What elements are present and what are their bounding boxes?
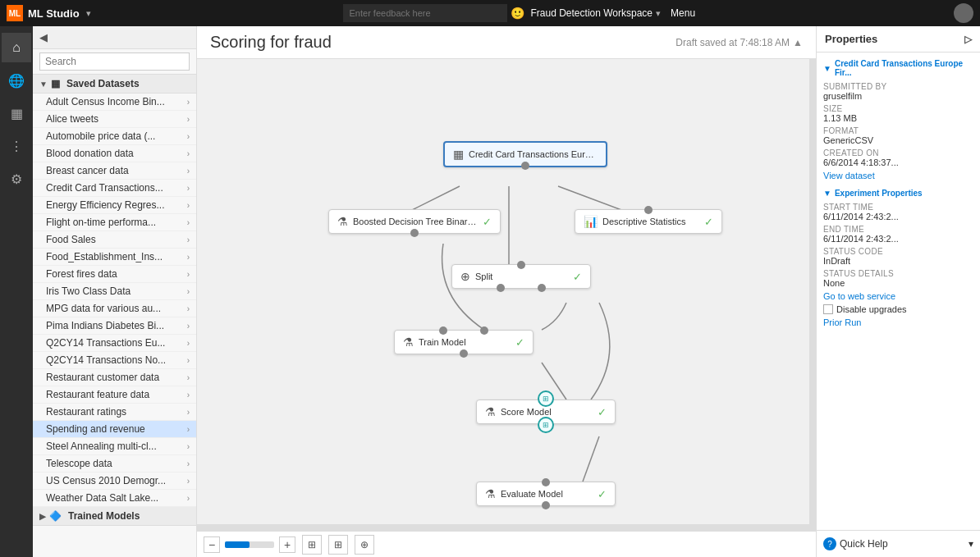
avatar <box>954 3 973 23</box>
dataset-item[interactable]: Food_Establishment_Ins...› <box>33 249 196 266</box>
prior-run-link[interactable]: Prior Run <box>823 317 973 327</box>
dataset-item-arrow: › <box>187 322 190 331</box>
dataset-item-label: Flight on-time performa... <box>46 217 187 228</box>
dataset-item[interactable]: Restaurant customer data› <box>33 369 196 386</box>
dataset-item-label: Food Sales <box>46 234 187 245</box>
node-score-model[interactable]: ⚗ Score Model ✓ ⊞ ⊞ <box>476 399 616 424</box>
settings-nav-button[interactable]: ⚙ <box>2 164 31 194</box>
dataset-item[interactable]: Iris Two Class Data› <box>33 283 196 300</box>
dataset-item-label: Energy Efficiency Regres... <box>46 199 187 211</box>
layout-button[interactable]: ⊞ <box>328 535 348 555</box>
grid-nav-button[interactable]: ▦ <box>2 98 31 128</box>
dataset-item-label: Restaurant feature data <box>46 389 187 400</box>
node-credit-card[interactable]: ▦ Credit Card Transactions Europ... <box>443 141 607 167</box>
status-code-row: STATUS CODE InDraft <box>823 247 973 266</box>
dataset-item-label: Blood donation data <box>46 148 187 159</box>
dataset-item-arrow: › <box>187 442 190 451</box>
experiment-props-title[interactable]: ▼ Experiment Properties <box>823 189 973 198</box>
draft-expand-icon[interactable]: ▲ <box>793 37 803 48</box>
quick-help-expand[interactable]: ▾ <box>969 538 973 550</box>
created-on-row: CREATED ON 6/6/2014 4:18:37... <box>823 148 973 167</box>
props-title: Properties <box>825 33 877 45</box>
zoom-bar <box>225 541 274 548</box>
dataset-item[interactable]: Restaurant feature data› <box>33 386 196 404</box>
trained-models-collapse-icon: ▶ <box>39 512 46 521</box>
canvas-scroll[interactable] <box>809 59 816 531</box>
zoom-in-button[interactable]: + <box>279 536 295 553</box>
dataset-item[interactable]: Energy Efficiency Regres...› <box>33 197 196 214</box>
canvas-hscroll[interactable] <box>197 524 809 531</box>
dataset-item-label: Forest fires data <box>46 268 187 280</box>
smiley-icon: 🙂 <box>511 7 524 20</box>
quick-help-row[interactable]: ? Quick Help ▾ <box>823 537 973 550</box>
collapse-button[interactable]: ◀ <box>39 31 48 43</box>
dataset-item[interactable]: Steel Annealing multi-cl...› <box>33 438 196 455</box>
dataset-item[interactable]: Food Sales› <box>33 231 196 249</box>
dataset-item[interactable]: Alice tweets› <box>33 111 196 128</box>
dataset-item[interactable]: Credit Card Transactions...› <box>33 180 196 197</box>
port-evaluate-in <box>542 478 550 486</box>
dataset-item-label: Pima Indians Diabetes Bi... <box>46 320 187 331</box>
dataset-item[interactable]: Weather Data Salt Lake...› <box>33 490 196 507</box>
app-name: ML Studio <box>28 7 80 20</box>
node-score-icon: ⚗ <box>485 405 496 418</box>
app-chevron[interactable]: ▾ <box>86 8 91 19</box>
disable-upgrades-checkbox[interactable] <box>823 304 833 314</box>
dataset-item[interactable]: Restaurant ratings› <box>33 404 196 421</box>
workspace-label: Fraud Detection Workspace ▾ <box>531 7 662 19</box>
node-desc-stats-icon: 📊 <box>584 215 598 228</box>
port-split-out2 <box>538 284 546 292</box>
dataset-item-label: Iris Two Class Data <box>46 285 187 297</box>
dataset-item[interactable]: Automobile price data (...› <box>33 128 196 145</box>
dataset-item-arrow: › <box>187 115 190 124</box>
draft-status: Draft saved at 7:48:18 AM ▲ <box>675 37 803 48</box>
view-dataset-link[interactable]: View dataset <box>823 171 973 180</box>
dataset-item[interactable]: Q2CY14 Transactions No...› <box>33 352 196 369</box>
workspace-chevron[interactable]: ▾ <box>656 8 661 19</box>
props-expand-button[interactable]: ▷ <box>964 34 972 45</box>
dataset-item[interactable]: Q2CY14 Transactions Eu...› <box>33 335 196 352</box>
dataset-item-arrow: › <box>187 184 190 193</box>
dataset-item-arrow: › <box>187 494 190 503</box>
zoom-out-button[interactable]: − <box>204 536 220 553</box>
dataset-item[interactable]: Forest fires data› <box>33 266 196 283</box>
saved-datasets-section[interactable]: ▼ ▦ Saved Datasets <box>33 75 196 94</box>
node-split[interactable]: ⊕ Split ✓ <box>451 264 591 289</box>
dataset-item[interactable]: Adult Census Income Bin...› <box>33 94 196 111</box>
submitted-by-row: SUBMITTED BY gruselfilm <box>823 82 973 101</box>
port-boosted-out <box>410 229 419 237</box>
node-boosted-tree[interactable]: ⚗ Boosted Decision Tree Binary ... ✓ <box>328 209 501 234</box>
center-button[interactable]: ⊕ <box>355 535 374 555</box>
node-train-model[interactable]: ⚗ Train Model ✓ <box>394 330 534 354</box>
dataset-item[interactable]: Telescope data› <box>33 455 196 473</box>
dataset-item[interactable]: Blood donation data› <box>33 145 196 162</box>
draft-status-text: Draft saved at 7:48:18 AM <box>675 37 790 48</box>
dataset-item[interactable]: Pima Indians Diabetes Bi...› <box>33 317 196 335</box>
props-header: Properties ▷ <box>817 26 980 53</box>
globe-nav-button[interactable]: 🌐 <box>2 66 31 95</box>
web-service-link[interactable]: Go to web service <box>823 291 973 301</box>
dots-nav-button[interactable]: ⋮ <box>2 131 31 161</box>
trained-models-icon: 🔷 <box>49 510 62 522</box>
node-evaluate-model[interactable]: ⚗ Evaluate Model ✓ <box>476 482 616 506</box>
fit-canvas-button[interactable]: ⊞ <box>302 535 322 555</box>
dataset-item-arrow: › <box>187 287 190 296</box>
datasets-panel-inner: ▼ ▦ Saved Datasets Adult Census Income B… <box>33 75 196 557</box>
props-footer: ? Quick Help ▾ <box>817 530 980 557</box>
dataset-item[interactable]: Breast cancer data› <box>33 162 196 180</box>
port-train-in2 <box>480 326 488 335</box>
dataset-item[interactable]: Spending and revenue› <box>33 421 196 438</box>
node-desc-stats[interactable]: 📊 Descriptive Statistics ✓ <box>575 209 722 234</box>
search-input[interactable] <box>39 53 190 71</box>
menu-button[interactable]: Menu <box>671 7 695 19</box>
dataset-item[interactable]: US Census 2010 Demogr...› <box>33 473 196 490</box>
home-nav-button[interactable]: ⌂ <box>2 33 31 62</box>
credit-card-section-title[interactable]: ▼ Credit Card Transactions Europe Fir... <box>823 59 973 77</box>
dataset-item[interactable]: Flight on-time performa...› <box>33 214 196 231</box>
feedback-input[interactable] <box>343 4 507 22</box>
datasets-panel: ◀ ▼ ▦ Saved Datasets Adult Census Income… <box>33 26 197 557</box>
trained-models-section[interactable]: ▶ 🔷 Trained Models <box>33 507 196 526</box>
dataset-item[interactable]: MPG data for various au...› <box>33 300 196 317</box>
port-score-teal-1: ⊞ <box>538 390 554 407</box>
workflow: ▦ Credit Card Transactions Europ... ⚗ Bo… <box>197 59 816 531</box>
